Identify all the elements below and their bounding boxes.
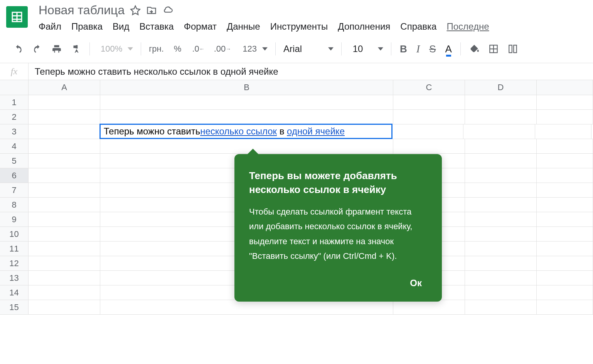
- cell[interactable]: [29, 95, 100, 109]
- cell[interactable]: [29, 183, 100, 197]
- cell[interactable]: [465, 154, 537, 168]
- cell[interactable]: [29, 285, 100, 300]
- column-header-C[interactable]: C: [393, 80, 465, 95]
- row-header[interactable]: 13: [0, 271, 29, 285]
- font-family-dropdown[interactable]: Arial: [280, 42, 337, 56]
- cell[interactable]: [465, 271, 537, 285]
- cell[interactable]: [29, 198, 100, 212]
- cell[interactable]: [29, 110, 100, 124]
- column-header-E[interactable]: [537, 80, 593, 95]
- cell[interactable]: [465, 198, 537, 212]
- paint-format-button[interactable]: [67, 42, 85, 56]
- cell[interactable]: [393, 110, 465, 124]
- cell[interactable]: [465, 242, 537, 256]
- cell[interactable]: [537, 110, 593, 124]
- row-header[interactable]: 8: [0, 198, 29, 212]
- row-header[interactable]: 10: [0, 227, 29, 241]
- cell[interactable]: [465, 300, 537, 314]
- menu-file[interactable]: Файл: [39, 21, 61, 32]
- cell[interactable]: [537, 242, 593, 256]
- row-header[interactable]: 5: [0, 154, 29, 168]
- menu-help[interactable]: Справка: [400, 21, 436, 32]
- cell[interactable]: [100, 95, 393, 109]
- cell[interactable]: [29, 242, 100, 256]
- cell[interactable]: [465, 110, 537, 124]
- cell[interactable]: [537, 95, 593, 109]
- row-header[interactable]: 11: [0, 242, 29, 256]
- cell[interactable]: [29, 124, 100, 139]
- redo-button[interactable]: [29, 42, 46, 56]
- text-color-button[interactable]: A: [441, 41, 456, 57]
- cell[interactable]: [29, 212, 100, 226]
- row-header[interactable]: 15: [0, 300, 29, 314]
- cell[interactable]: [392, 124, 463, 139]
- cell[interactable]: [537, 168, 593, 183]
- decrease-decimal-button[interactable]: .0←: [188, 42, 208, 56]
- cell[interactable]: [465, 183, 537, 197]
- cell[interactable]: [465, 139, 537, 153]
- star-icon[interactable]: [130, 5, 141, 16]
- cell[interactable]: [29, 168, 100, 183]
- cell[interactable]: [535, 124, 591, 139]
- menu-addons[interactable]: Дополнения: [338, 21, 390, 32]
- menu-data[interactable]: Данные: [227, 21, 260, 32]
- row-header[interactable]: 12: [0, 256, 29, 270]
- cell[interactable]: [29, 256, 100, 270]
- row-header[interactable]: 3: [0, 124, 29, 139]
- cell[interactable]: [29, 271, 100, 285]
- cell[interactable]: [29, 139, 100, 153]
- cell[interactable]: [29, 300, 100, 314]
- cell[interactable]: [465, 168, 537, 183]
- row-header[interactable]: 6: [0, 168, 29, 183]
- row-header[interactable]: 2: [0, 110, 29, 124]
- menu-tools[interactable]: Инструменты: [270, 21, 328, 32]
- font-size-dropdown[interactable]: 10: [346, 42, 386, 56]
- cloud-status-icon[interactable]: [162, 5, 173, 16]
- cell[interactable]: [537, 212, 593, 226]
- cell[interactable]: [29, 154, 100, 168]
- zoom-dropdown[interactable]: 100%: [94, 41, 136, 57]
- borders-button[interactable]: [485, 42, 502, 56]
- document-title[interactable]: Новая таблица: [39, 3, 125, 17]
- formula-input[interactable]: Теперь можно ставить несколько ссылок в …: [29, 66, 285, 77]
- cell[interactable]: [463, 124, 535, 139]
- menu-format[interactable]: Формат: [184, 21, 217, 32]
- percent-button[interactable]: %: [168, 42, 187, 55]
- column-header-A[interactable]: A: [29, 80, 100, 95]
- menu-edit[interactable]: Правка: [71, 21, 103, 32]
- cell[interactable]: [465, 285, 537, 300]
- column-header-B[interactable]: B: [100, 80, 393, 95]
- cell[interactable]: [465, 227, 537, 241]
- row-header[interactable]: 1: [0, 95, 29, 109]
- cell-B3-selected[interactable]: Теперь можно ставить несколько ссылок в …: [99, 124, 393, 139]
- cell[interactable]: [537, 198, 593, 212]
- cell[interactable]: [537, 139, 593, 153]
- row-header[interactable]: 14: [0, 285, 29, 300]
- bold-button[interactable]: B: [396, 41, 411, 57]
- cell[interactable]: [537, 300, 593, 314]
- move-folder-icon[interactable]: [146, 5, 157, 16]
- cell[interactable]: [393, 300, 465, 314]
- cell[interactable]: [465, 212, 537, 226]
- cell[interactable]: [393, 95, 465, 109]
- cell[interactable]: [537, 183, 593, 197]
- cell-link[interactable]: одной ячейке: [287, 126, 345, 137]
- row-header[interactable]: 7: [0, 183, 29, 197]
- row-header[interactable]: 4: [0, 139, 29, 153]
- cell[interactable]: [465, 256, 537, 270]
- cell[interactable]: [100, 110, 393, 124]
- cell[interactable]: [537, 227, 593, 241]
- fill-color-button[interactable]: [465, 42, 483, 56]
- merge-cells-button[interactable]: [504, 42, 522, 56]
- menu-insert[interactable]: Вставка: [140, 21, 174, 32]
- print-button[interactable]: [48, 42, 66, 56]
- cell[interactable]: [100, 300, 393, 314]
- cell[interactable]: [537, 285, 593, 300]
- italic-button[interactable]: I: [413, 40, 424, 57]
- sheets-logo[interactable]: [6, 6, 28, 28]
- cell[interactable]: [465, 95, 537, 109]
- currency-button[interactable]: грн.: [146, 42, 167, 55]
- tooltip-ok-button[interactable]: Ок: [404, 275, 427, 292]
- undo-button[interactable]: [9, 42, 27, 56]
- column-header-D[interactable]: D: [465, 80, 537, 95]
